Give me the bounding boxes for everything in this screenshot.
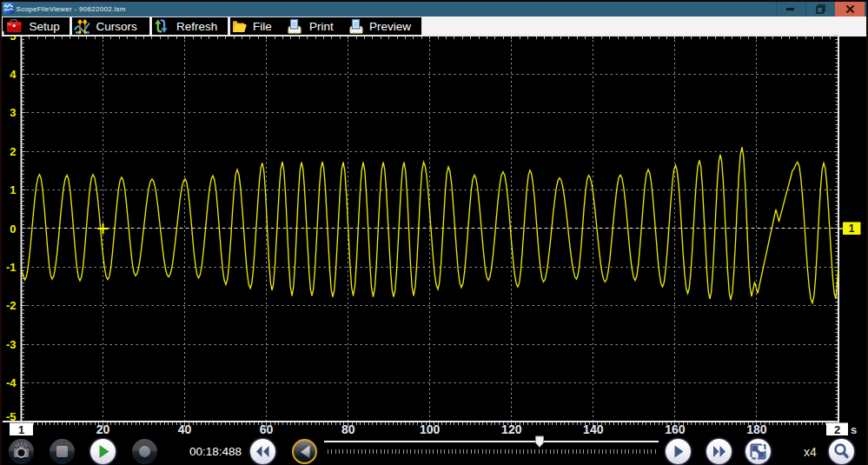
svg-text:4: 4	[10, 68, 17, 81]
svg-text:3: 3	[10, 106, 16, 119]
svg-text:0: 0	[10, 223, 16, 236]
svg-text:-5: -5	[6, 410, 17, 423]
svg-text:120: 120	[501, 422, 522, 436]
svg-text:140: 140	[583, 422, 604, 436]
svg-text:2: 2	[834, 423, 840, 436]
svg-text:1: 1	[18, 423, 24, 436]
svg-text:-1: -1	[6, 261, 17, 274]
svg-text:1: 1	[10, 183, 16, 196]
svg-text:-2: -2	[6, 299, 17, 312]
svg-text:40: 40	[178, 422, 192, 436]
svg-text:-4: -4	[6, 376, 17, 389]
svg-text:1: 1	[849, 223, 855, 235]
svg-text:-3: -3	[6, 338, 17, 351]
svg-text:2: 2	[10, 145, 16, 158]
svg-text:100: 100	[420, 422, 441, 436]
svg-text:160: 160	[665, 422, 686, 436]
svg-text:60: 60	[260, 422, 274, 436]
svg-text:s: s	[851, 423, 857, 436]
svg-text:20: 20	[96, 422, 110, 436]
svg-text:180: 180	[746, 422, 767, 436]
svg-text:80: 80	[341, 422, 355, 436]
